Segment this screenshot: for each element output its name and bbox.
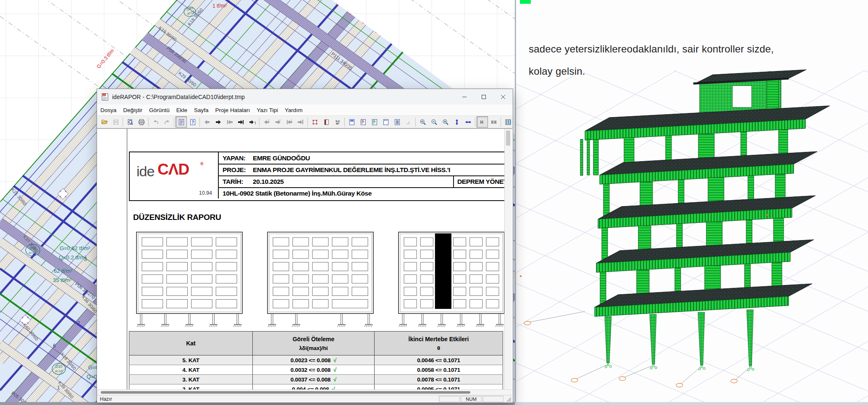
toolbar-corner-button[interactable] <box>403 116 414 128</box>
jump-last-icon <box>297 119 304 125</box>
table-row-4-kat: 4. KAT0.0032 <= 0.008√0.0058 <= 0.1071 <box>129 365 503 375</box>
toolbar-separator <box>344 118 345 127</box>
toolbar-page-blue-button[interactable] <box>346 116 357 128</box>
horizontal-scroll-thumb[interactable] <box>101 391 470 394</box>
page-green-icon <box>371 119 378 125</box>
header-row-yapan: YAPAN: EMRE GÜNDOĞDU <box>219 152 506 165</box>
header-row-proje: PROJE: ENMA PROJE GAYRİMENKUL DEĞERLEME … <box>219 165 506 176</box>
toolbar-print-preview-button[interactable] <box>124 116 136 128</box>
structural-3d-model[interactable] <box>516 0 868 402</box>
table-cell: 0.0023 <= 0.008√ <box>253 355 375 365</box>
toolbar-save-button[interactable] <box>110 116 121 128</box>
toolbar-nav-prev-button[interactable] <box>201 116 212 128</box>
print-icon <box>138 119 145 125</box>
table-cell: 0.0032 <= 0.008√ <box>253 365 375 375</box>
toolbar-page-dashed-button[interactable] <box>380 116 391 128</box>
toolbar-jump-prev-button[interactable] <box>261 116 272 128</box>
toolbar-fit-height-button[interactable] <box>451 116 462 128</box>
titlebar[interactable]: DOC ideRAPOR - C:\ProgramData\ideCAD10\i… <box>97 89 513 105</box>
menu-yard-m[interactable]: Yardım <box>281 107 306 113</box>
elevation-diagram-1 <box>136 232 242 327</box>
status-text: Hazır <box>100 396 112 402</box>
nav-goto-icon: ? <box>249 119 256 125</box>
toolbar-help-page-button[interactable]: ? <box>187 116 198 128</box>
toolbar-page-grid-button[interactable] <box>391 116 403 128</box>
table-cell: 0.0058 <= 0.1071 <box>375 365 503 375</box>
toolbar-print-button[interactable] <box>136 116 147 128</box>
toolbar-fit-width-button[interactable] <box>462 116 474 128</box>
status-cell-2 <box>483 396 503 402</box>
logo-ide-text: ide <box>136 163 154 180</box>
toolbar-undo-button[interactable] <box>150 116 161 128</box>
fit-width-icon <box>465 119 472 125</box>
minimize-button[interactable] <box>455 89 474 105</box>
save-icon <box>113 119 119 125</box>
toolbar-nav-goto-button[interactable]: ? <box>247 116 258 128</box>
svg-text:DOC: DOC <box>102 94 106 96</box>
report-viewport[interactable]: ide CΛD ® 10.94 YAPAN: EMRE GÜNDOĞDU PRO… <box>97 128 512 390</box>
report-list-icon <box>178 119 185 125</box>
toolbar-separator <box>259 118 260 127</box>
redo-icon <box>164 119 170 125</box>
toolbar-report-list-button[interactable] <box>176 116 187 128</box>
horizontal-scrollbar[interactable] <box>97 389 512 395</box>
menu-yaz-tipi[interactable]: Yazı Tipi <box>253 107 281 113</box>
logo-cad-text: CΛD <box>157 161 189 178</box>
vertical-scrollbar[interactable] <box>504 129 512 390</box>
toolbar-zoom-clear-button[interactable] <box>440 116 451 128</box>
help-page-icon: ? <box>189 119 196 125</box>
toolbar-open-button[interactable] <box>99 116 110 128</box>
page-edit-icon <box>323 119 330 125</box>
cad-label: Q=0.2 tf/m² <box>59 254 87 261</box>
menu-proje-hatalar-[interactable]: Proje Hataları <box>212 107 254 113</box>
cad-label: 1 tf/m² <box>212 3 227 9</box>
toolbar-jump-first-button[interactable] <box>283 116 295 128</box>
toolbar-page-red-button[interactable] <box>357 116 369 128</box>
toolbar-layout-single-button[interactable] <box>477 116 488 128</box>
resize-grip[interactable] <box>506 396 511 402</box>
check-icon: √ <box>333 357 336 363</box>
bottom-edge-right <box>515 402 868 405</box>
toolbar-separator <box>475 118 475 127</box>
menu-dosya[interactable]: Dosya <box>97 107 120 113</box>
col-kat: Kat <box>129 332 253 355</box>
corner-icon <box>405 119 412 125</box>
table-cell: 0.0037 <= 0.008√ <box>253 375 375 384</box>
toolbar-separator <box>307 118 308 127</box>
logo-version: 10.94 <box>199 190 212 196</box>
toolbar-nav-next-button[interactable] <box>212 116 224 128</box>
menu-ekle[interactable]: Ekle <box>173 107 191 113</box>
open-icon <box>101 119 108 125</box>
toolbar-nav-first-button[interactable] <box>224 116 235 128</box>
toolbar-separator <box>199 118 200 127</box>
toolbar-separator <box>501 118 501 127</box>
toolbar-separator <box>148 118 149 127</box>
toolbar-table-columns-button[interactable] <box>502 116 514 128</box>
toolbar-zoom-in-button[interactable] <box>417 116 428 128</box>
toolbar-zoom-out-button[interactable] <box>428 116 440 128</box>
toolbar-jump-next-button[interactable] <box>272 116 283 128</box>
viewer-panel: sadece yetersizliklereodaklanıldı, sair … <box>515 0 868 402</box>
vertical-scroll-thumb[interactable] <box>506 131 510 146</box>
toolbar-page-green-button[interactable] <box>369 116 380 128</box>
toolbar-page-edit-button[interactable] <box>320 116 332 128</box>
toolbar-units-button[interactable]: ü,nm² <box>332 116 343 128</box>
toolbar-separator <box>174 118 174 127</box>
menu-de-i-tir[interactable]: Değiştir <box>120 107 146 113</box>
toolbar-nav-last-button[interactable] <box>235 116 247 128</box>
toolbar-redo-button[interactable] <box>161 116 173 128</box>
table-cell: 0.004 <= 0.008√ <box>253 384 375 390</box>
toolbar-node-marks-button[interactable] <box>309 116 320 128</box>
check-icon: √ <box>333 376 336 383</box>
building-elevation-diagrams <box>129 230 507 331</box>
toolbar-separator <box>415 118 416 127</box>
toolbar-layout-multi-button[interactable] <box>488 116 499 128</box>
table-cell: 5. KAT <box>129 355 253 365</box>
menu-sayfa[interactable]: Sayfa <box>191 107 212 113</box>
undo-icon <box>152 119 159 125</box>
menu-g-r-nt-[interactable]: Görüntü <box>146 107 173 113</box>
close-button[interactable] <box>493 89 513 105</box>
toolbar-jump-last-button[interactable] <box>295 116 306 128</box>
maximize-button[interactable] <box>474 89 493 105</box>
cad-label: 3 <box>84 256 87 262</box>
